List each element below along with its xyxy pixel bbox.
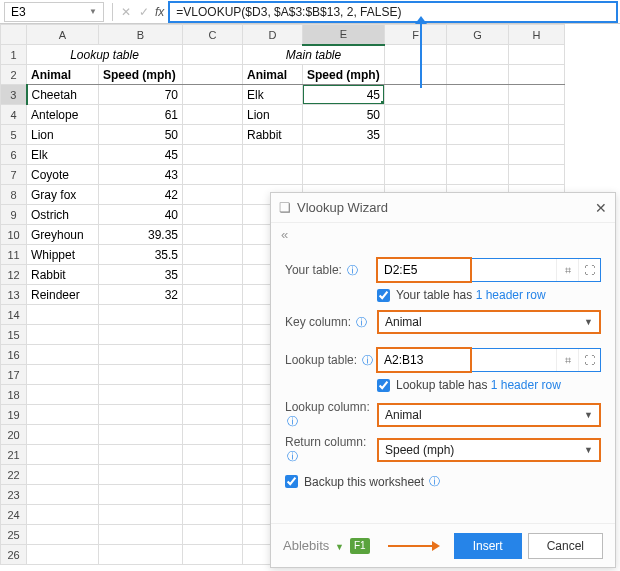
column-header[interactable]: E [303, 25, 385, 45]
cell[interactable] [509, 85, 565, 105]
row-header[interactable]: 3 [1, 85, 27, 105]
lookup-table-field[interactable] [378, 349, 556, 371]
cell[interactable] [99, 385, 183, 405]
cell[interactable]: Whippet [27, 245, 99, 265]
cell[interactable]: Coyote [27, 165, 99, 185]
column-header[interactable]: D [243, 25, 303, 45]
cell[interactable] [447, 105, 509, 125]
cell[interactable] [183, 245, 243, 265]
cell[interactable]: Elk [27, 145, 99, 165]
cell[interactable] [183, 265, 243, 285]
cell[interactable] [27, 505, 99, 525]
help-icon[interactable]: ⓘ [356, 316, 367, 328]
cell[interactable] [183, 525, 243, 545]
fx-icon[interactable]: fx [155, 5, 164, 19]
cell[interactable] [509, 165, 565, 185]
cell[interactable] [509, 145, 565, 165]
cell[interactable] [183, 325, 243, 345]
f1-help-button[interactable]: F1 [350, 538, 370, 554]
row-header[interactable]: 9 [1, 205, 27, 225]
your-table-header-checkbox[interactable] [377, 289, 390, 302]
cell[interactable]: Speed (mph) [99, 65, 183, 85]
key-column-dropdown[interactable]: Animal ▼ [377, 310, 601, 334]
cell[interactable] [509, 65, 565, 85]
row-header[interactable]: 10 [1, 225, 27, 245]
cell[interactable] [183, 385, 243, 405]
cell[interactable] [27, 545, 99, 565]
cell[interactable] [509, 125, 565, 145]
cell[interactable] [183, 445, 243, 465]
cell[interactable] [99, 365, 183, 385]
cell[interactable] [99, 465, 183, 485]
cell[interactable] [385, 45, 447, 65]
cell[interactable] [27, 305, 99, 325]
cell[interactable] [183, 85, 243, 105]
cell[interactable] [447, 85, 509, 105]
your-table-field[interactable] [378, 259, 556, 281]
cell[interactable]: Main table [243, 45, 385, 65]
cell[interactable] [27, 485, 99, 505]
cell[interactable]: 45 [99, 145, 183, 165]
cell[interactable] [99, 505, 183, 525]
return-column-dropdown[interactable]: Speed (mph) ▼ [377, 438, 601, 462]
cell[interactable] [27, 425, 99, 445]
cell[interactable]: 43 [99, 165, 183, 185]
cell[interactable] [27, 525, 99, 545]
row-header[interactable]: 22 [1, 465, 27, 485]
row-header[interactable]: 20 [1, 425, 27, 445]
row-header[interactable]: 18 [1, 385, 27, 405]
cell[interactable] [183, 305, 243, 325]
cell[interactable] [385, 165, 447, 185]
cell[interactable] [99, 305, 183, 325]
cell[interactable]: 40 [99, 205, 183, 225]
cell[interactable] [385, 65, 447, 85]
cell[interactable] [303, 145, 385, 165]
cell[interactable]: Rabbit [243, 125, 303, 145]
column-header[interactable]: G [447, 25, 509, 45]
cell[interactable] [99, 545, 183, 565]
row-header[interactable]: 13 [1, 285, 27, 305]
cell[interactable] [99, 525, 183, 545]
accept-formula-icon[interactable]: ✓ [139, 5, 149, 19]
cell[interactable] [303, 165, 385, 185]
cell[interactable] [183, 465, 243, 485]
row-header[interactable]: 23 [1, 485, 27, 505]
cell[interactable] [509, 105, 565, 125]
row-header[interactable]: 8 [1, 185, 27, 205]
cell[interactable]: Reindeer [27, 285, 99, 305]
cell[interactable] [447, 45, 509, 65]
cell[interactable] [27, 385, 99, 405]
row-header[interactable]: 7 [1, 165, 27, 185]
cell[interactable] [27, 345, 99, 365]
help-icon[interactable]: ⓘ [362, 354, 373, 366]
cell[interactable] [99, 345, 183, 365]
cell[interactable] [447, 145, 509, 165]
cell[interactable] [183, 405, 243, 425]
cell[interactable]: Antelope [27, 105, 99, 125]
your-table-header-link[interactable]: 1 header row [476, 288, 546, 302]
cell[interactable]: Rabbit [27, 265, 99, 285]
column-header[interactable]: F [385, 25, 447, 45]
name-box-dropdown-icon[interactable]: ▼ [89, 7, 97, 16]
row-header[interactable]: 26 [1, 545, 27, 565]
lookup-column-dropdown[interactable]: Animal ▼ [377, 403, 601, 427]
cell[interactable] [447, 165, 509, 185]
row-header[interactable]: 11 [1, 245, 27, 265]
cell[interactable] [183, 105, 243, 125]
help-icon[interactable]: ⓘ [347, 264, 358, 276]
cell[interactable] [27, 365, 99, 385]
cell[interactable] [385, 125, 447, 145]
lookup-table-header-checkbox[interactable] [377, 379, 390, 392]
row-header[interactable]: 12 [1, 265, 27, 285]
cell[interactable]: Animal [243, 65, 303, 85]
your-table-input[interactable]: ⌗ ⛶ [377, 258, 601, 282]
expand-icon[interactable]: ⛶ [578, 259, 600, 281]
cell[interactable] [183, 125, 243, 145]
select-range-icon[interactable]: ⌗ [556, 259, 578, 281]
lookup-table-input[interactable]: ⌗ ⛶ [377, 348, 601, 372]
cell[interactable] [183, 425, 243, 445]
name-box[interactable]: E3 ▼ [4, 2, 104, 22]
cell[interactable] [183, 365, 243, 385]
cell[interactable]: Gray fox [27, 185, 99, 205]
cell[interactable]: 50 [99, 125, 183, 145]
